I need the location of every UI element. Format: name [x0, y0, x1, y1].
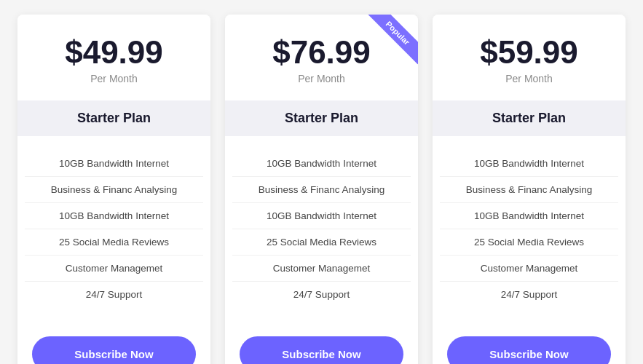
feature-item-4: 25 Social Media Reviews [232, 229, 411, 256]
plan-name-section: Starter Plan [17, 100, 210, 136]
popular-badge: Popular [360, 15, 418, 73]
pricing-card-2: Popular $76.99 Per Month Starter Plan 10… [225, 15, 418, 364]
feature-item-1: 10GB Bandwidth Internet [232, 151, 411, 177]
price-amount: $59.99 [447, 35, 611, 70]
pricing-card-3: $59.99 Per Month Starter Plan 10GB Bandw… [433, 15, 626, 364]
feature-item-5: Customer Managemet [232, 256, 411, 282]
price-amount: $49.99 [32, 35, 196, 70]
plan-name: Starter Plan [447, 111, 611, 126]
feature-item-4: 25 Social Media Reviews [440, 229, 618, 256]
plan-name-section: Starter Plan [225, 100, 418, 136]
feature-item-2: Business & Financ Analysing [232, 177, 411, 203]
price-period: Per Month [32, 73, 196, 84]
feature-item-5: Customer Managemet [440, 256, 618, 282]
plan-name-section: Starter Plan [433, 100, 626, 136]
feature-item-2: Business & Financ Analysing [25, 177, 203, 203]
features-section: 10GB Bandwidth Internet Business & Finan… [17, 136, 210, 322]
popular-badge-label: Popular [366, 15, 418, 64]
pricing-card-1: $49.99 Per Month Starter Plan 10GB Bandw… [17, 15, 210, 364]
plan-name: Starter Plan [240, 111, 403, 126]
price-period: Per Month [447, 73, 611, 84]
price-section: $59.99 Per Month [433, 15, 626, 100]
feature-item-6: 24/7 Support [440, 282, 618, 307]
feature-item-5: Customer Managemet [25, 256, 203, 282]
subscribe-section: Subscribe Now [17, 322, 210, 364]
feature-item-6: 24/7 Support [232, 282, 411, 307]
feature-item-4: 25 Social Media Reviews [25, 229, 203, 256]
features-section: 10GB Bandwidth Internet Business & Finan… [433, 136, 626, 322]
feature-item-2: Business & Financ Analysing [440, 177, 618, 203]
subscribe-section: Subscribe Now [225, 322, 418, 364]
pricing-container: $49.99 Per Month Starter Plan 10GB Bandw… [3, 0, 640, 364]
feature-item-3: 10GB Bandwidth Internet [232, 203, 411, 229]
subscribe-section: Subscribe Now [433, 322, 626, 364]
subscribe-button[interactable]: Subscribe Now [240, 336, 403, 364]
features-section: 10GB Bandwidth Internet Business & Finan… [225, 136, 418, 322]
plan-name: Starter Plan [32, 111, 196, 126]
price-period: Per Month [240, 73, 403, 84]
feature-item-3: 10GB Bandwidth Internet [25, 203, 203, 229]
subscribe-button[interactable]: Subscribe Now [447, 336, 611, 364]
price-section: $49.99 Per Month [17, 15, 210, 100]
subscribe-button[interactable]: Subscribe Now [32, 336, 196, 364]
feature-item-1: 10GB Bandwidth Internet [440, 151, 618, 177]
feature-item-1: 10GB Bandwidth Internet [25, 151, 203, 177]
feature-item-6: 24/7 Support [25, 282, 203, 307]
feature-item-3: 10GB Bandwidth Internet [440, 203, 618, 229]
